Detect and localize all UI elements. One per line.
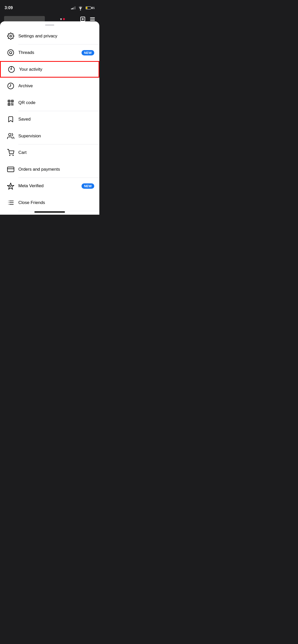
- archive-label: Archive: [18, 83, 94, 89]
- qr-icon: [5, 97, 16, 108]
- cart-icon: [5, 147, 16, 158]
- menu-item-meta-verified[interactable]: Meta Verified NEW: [0, 178, 99, 194]
- svg-rect-19: [12, 103, 13, 104]
- settings-icon: [5, 31, 16, 42]
- saved-icon: [5, 114, 16, 125]
- menu-item-your-activity[interactable]: Your activity: [0, 61, 99, 78]
- saved-label: Saved: [18, 117, 94, 122]
- menu-item-archive[interactable]: Archive: [0, 78, 99, 94]
- archive-icon: [5, 80, 16, 92]
- battery-fill: [86, 7, 87, 9]
- chevron-down-icon: ▾: [60, 17, 62, 21]
- battery-level: 21: [92, 6, 95, 9]
- wifi-icon: [77, 4, 84, 11]
- activity-icon: [6, 64, 17, 75]
- svg-point-24: [13, 155, 13, 155]
- threads-badge: NEW: [82, 50, 94, 55]
- supervision-label: Supervision: [18, 134, 94, 139]
- home-indicator: [34, 211, 65, 213]
- svg-point-23: [9, 155, 10, 155]
- your-activity-label: Your activity: [19, 67, 93, 72]
- svg-marker-30: [8, 200, 9, 201]
- svg-rect-14: [9, 100, 10, 101]
- battery-container: 21: [86, 6, 95, 9]
- qr-code-label: QR code: [18, 100, 94, 105]
- orders-and-payments-label: Orders and payments: [18, 167, 94, 172]
- menu-item-qr-code[interactable]: QR code: [0, 94, 99, 111]
- menu-item-threads[interactable]: Threads NEW: [0, 45, 99, 61]
- svg-point-0: [80, 9, 81, 10]
- svg-rect-25: [7, 167, 14, 172]
- menu-item-supervision[interactable]: Supervision: [0, 128, 99, 144]
- threads-icon: [5, 47, 16, 58]
- status-time: 3:09: [5, 6, 13, 10]
- app-bar-indicator: ▾: [60, 17, 65, 21]
- close-friends-icon: [5, 197, 16, 208]
- svg-point-7: [10, 35, 12, 37]
- menu-item-orders-and-payments[interactable]: Orders and payments: [0, 161, 99, 178]
- close-friends-label: Close Friends: [18, 200, 94, 205]
- svg-rect-20: [11, 105, 12, 106]
- hamburger-menu-button[interactable]: [90, 16, 95, 22]
- svg-marker-31: [8, 202, 9, 203]
- app-bar-actions: [80, 16, 95, 22]
- svg-rect-18: [11, 103, 12, 104]
- supervision-icon: [5, 130, 16, 142]
- menu-item-saved[interactable]: Saved: [0, 111, 99, 128]
- svg-rect-15: [12, 100, 13, 101]
- menu-item-cart[interactable]: Cart: [0, 144, 99, 161]
- notification-dot: [63, 18, 65, 20]
- cart-label: Cart: [18, 150, 94, 155]
- meta-verified-icon: [5, 180, 16, 192]
- svg-point-22: [9, 133, 11, 136]
- meta-verified-label: Meta Verified: [18, 183, 82, 188]
- settings-and-privacy-label: Settings and privacy: [18, 34, 94, 39]
- svg-rect-21: [12, 105, 13, 106]
- favorites-icon: [5, 214, 16, 215]
- add-post-button[interactable]: [80, 16, 86, 22]
- bottom-sheet: Settings and privacy Threads NEW Your ac…: [0, 21, 99, 215]
- svg-rect-16: [9, 104, 10, 105]
- threads-label: Threads: [18, 50, 82, 55]
- menu-item-close-friends[interactable]: Close Friends: [0, 194, 99, 211]
- signal-icon: [71, 6, 75, 9]
- status-bar: 3:09 21: [0, 0, 99, 13]
- status-icons: 21: [71, 4, 95, 11]
- orders-icon: [5, 164, 16, 175]
- menu-item-settings-and-privacy[interactable]: Settings and privacy: [0, 28, 99, 44]
- meta-verified-badge: NEW: [82, 183, 94, 189]
- svg-marker-32: [8, 204, 9, 204]
- battery-icon: [86, 6, 91, 9]
- drag-handle[interactable]: [45, 24, 54, 26]
